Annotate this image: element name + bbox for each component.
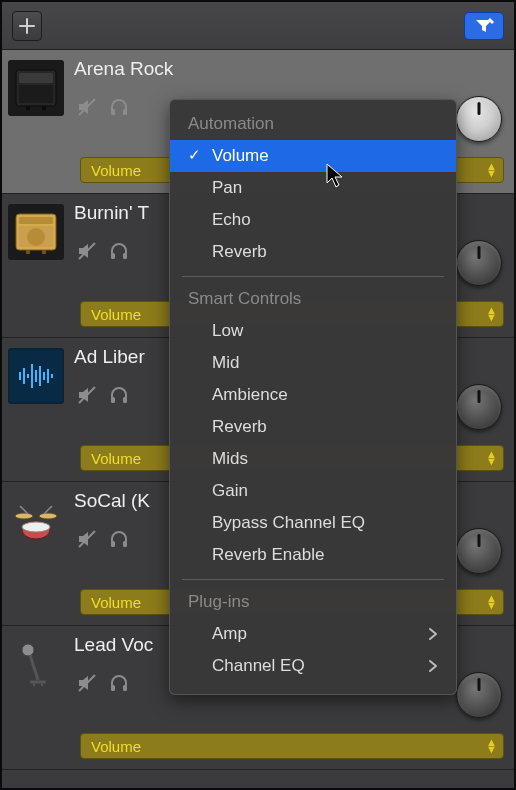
svg-rect-45 [111,685,115,691]
menu-item-low[interactable]: Low [170,315,456,347]
menu-item-bypass-channel-eq[interactable]: Bypass Channel EQ [170,507,456,539]
svg-point-31 [39,513,57,519]
mute-icon [76,672,98,694]
menu-item-label: Ambience [212,385,288,404]
cursor-icon [326,163,346,193]
selector-arrows-icon: ▲▼ [486,595,497,609]
svg-rect-13 [42,250,46,254]
svg-rect-15 [111,253,115,259]
menu-item-reverb2[interactable]: Reverb [170,411,456,443]
automation-selector-label: Volume [91,738,141,755]
mute-icon [76,384,98,406]
menu-item-label: Mid [212,353,239,372]
mute-button[interactable] [74,526,100,552]
topbar [2,2,514,50]
svg-rect-2 [19,85,53,103]
svg-point-39 [22,644,34,656]
pan-knob[interactable] [456,96,502,142]
menu-item-label: Channel EQ [212,656,305,675]
add-track-button[interactable] [12,11,42,41]
menu-item-label: Low [212,321,243,340]
svg-rect-16 [123,253,127,259]
headphones-button[interactable] [106,526,132,552]
selector-arrows-icon: ▲▼ [486,451,497,465]
check-icon: ✓ [188,146,201,164]
svg-rect-3 [26,106,30,110]
chevron-right-icon [428,658,438,678]
menu-section-automation: Automation [170,110,456,140]
filter-button[interactable] [464,12,504,40]
svg-point-11 [27,228,45,246]
menu-item-label: Reverb [212,417,267,436]
headphones-button[interactable] [106,382,132,408]
mute-button[interactable] [74,94,100,120]
menu-item-reverb-enable[interactable]: Reverb Enable [170,539,456,571]
menu-item-echo[interactable]: Echo [170,204,456,236]
mute-icon [76,96,98,118]
headphones-icon [108,528,130,550]
menu-item-reverb[interactable]: Reverb [170,236,456,268]
headphones-icon [108,240,130,262]
mute-button[interactable] [74,670,100,696]
menu-item-channel-eq[interactable]: Channel EQ [170,650,456,682]
menu-item-volume[interactable]: ✓ Volume [170,140,456,172]
track-icon-amp-dark [8,60,64,116]
pan-knob[interactable] [456,672,502,718]
svg-rect-37 [111,541,115,547]
track-name-label: Arena Rock [74,58,514,80]
svg-rect-9 [19,217,53,224]
selector-arrows-icon: ▲▼ [486,307,497,321]
track-icon-amp-tweed [8,204,64,260]
svg-point-30 [15,513,33,519]
menu-item-label: Reverb Enable [212,545,324,564]
svg-rect-4 [42,106,46,110]
headphones-icon [108,672,130,694]
menu-item-ambience[interactable]: Ambience [170,379,456,411]
menu-item-label: Amp [212,624,247,643]
selector-arrows-icon: ▲▼ [486,163,497,177]
menu-item-mid[interactable]: Mid [170,347,456,379]
pan-knob[interactable] [456,240,502,286]
mute-icon [76,528,98,550]
menu-item-gain[interactable]: Gain [170,475,456,507]
automation-selector-label: Volume [91,162,141,179]
headphones-button[interactable] [106,238,132,264]
track-icon-drums [8,492,64,548]
menu-item-mids[interactable]: Mids [170,443,456,475]
menu-item-label: Mids [212,449,248,468]
menu-section-plugins: Plug-ins [170,588,456,618]
svg-point-33 [22,522,50,532]
headphones-button[interactable] [106,94,132,120]
plus-icon [19,18,35,34]
menu-item-label: Pan [212,178,242,197]
menu-divider [182,579,444,580]
headphones-icon [108,384,130,406]
menu-item-label: Gain [212,481,248,500]
chevron-right-icon [428,626,438,646]
filter-icon [474,18,494,34]
menu-item-pan[interactable]: Pan [170,172,456,204]
mute-button[interactable] [74,382,100,408]
mute-button[interactable] [74,238,100,264]
track-icon-audio-wave [8,348,64,404]
menu-section-smart-controls: Smart Controls [170,285,456,315]
svg-rect-6 [111,109,115,115]
automation-menu: Automation ✓ Volume Pan Echo Reverb Smar… [169,99,457,695]
menu-item-label: Reverb [212,242,267,261]
headphones-button[interactable] [106,670,132,696]
svg-rect-38 [123,541,127,547]
menu-divider [182,276,444,277]
headphones-icon [108,96,130,118]
automation-selector-label: Volume [91,306,141,323]
menu-item-amp[interactable]: Amp [170,618,456,650]
menu-item-label: Volume [212,146,269,165]
pan-knob[interactable] [456,528,502,574]
svg-rect-29 [123,397,127,403]
pan-knob[interactable] [456,384,502,430]
mute-icon [76,240,98,262]
automation-selector[interactable]: Volume ▲▼ [80,733,504,759]
svg-rect-12 [26,250,30,254]
menu-item-label: Echo [212,210,251,229]
svg-rect-1 [19,73,53,83]
svg-rect-46 [123,685,127,691]
